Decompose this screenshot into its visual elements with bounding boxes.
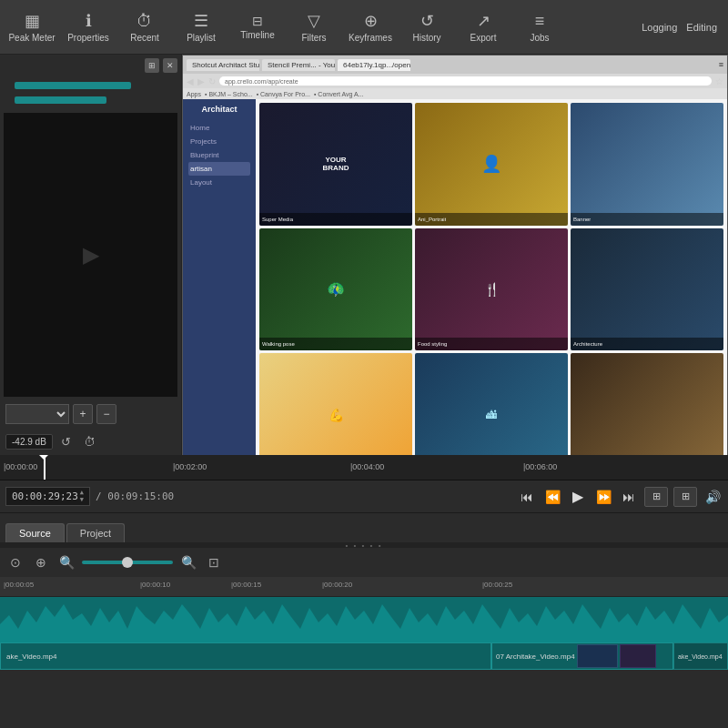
clip-1[interactable]: ake_Video.mp4 (0, 642, 491, 670)
project-tab[interactable]: Project (66, 523, 125, 542)
time-ruler[interactable]: |00:00:00 |00:02:00 |00:04:00 |00:06:00 (0, 455, 728, 480)
browser-window: Shotcut Architact Studi... Stencil Premi… (182, 55, 728, 455)
bookmarks-bar: Apps ▪ BKJM – Scho... ▪ Canvya For Pro..… (183, 88, 727, 99)
thumb-walking[interactable]: 🦚 Walking pose (259, 228, 412, 351)
bookmark-2[interactable]: ▪ Canvya For Pro... (257, 91, 310, 97)
thumb-city[interactable]: 🏙 City night (415, 353, 568, 455)
browser-tab-1[interactable]: Shotcut Architact Studi... (187, 59, 259, 71)
remove-button[interactable]: − (96, 404, 116, 424)
browser-tab-3[interactable]: 64eb17ly.1qp.../open-co... (338, 59, 410, 71)
thumb-label-3: Banner (573, 217, 591, 222)
editing-button[interactable]: Editing (686, 22, 717, 33)
forward-icon[interactable]: ▶ (197, 76, 205, 86)
grid-button[interactable]: ⊞ (673, 487, 697, 507)
bookmark-icon[interactable]: ☆ (715, 76, 723, 86)
thumb-brand[interactable]: YOURBRAND Super Media (259, 103, 412, 226)
toolbar-item-jobs[interactable]: ≡ Jobs (511, 3, 568, 52)
thumb-label-6: Architecture (573, 341, 602, 347)
clip-3[interactable]: ake_Video.mp4 (673, 642, 728, 670)
time-marker-1: |00:02:00 (173, 462, 207, 471)
zoom-out-button[interactable]: 🔍 (56, 552, 76, 572)
fast-forward-button[interactable]: ⏩ (593, 487, 613, 507)
clip-2-label: 07 Architake_Video.mp4 (496, 652, 575, 661)
back-icon[interactable]: ◀ (187, 76, 194, 86)
time-marker-3: |00:06:00 (523, 462, 557, 471)
thumb-portrait[interactable]: 👤 Ani_Portrait (415, 103, 568, 226)
address-bar[interactable]: app.crello.com/app/create (219, 76, 712, 86)
thumb-food[interactable]: 🍴 Food styling (415, 228, 568, 351)
toolbar-label-keyframes: Keyframes (349, 33, 392, 43)
toolbar-item-properties[interactable]: ℹ Properties (60, 3, 116, 52)
skip-end-button[interactable]: ⏭ (619, 487, 639, 507)
ruler-mark-5: |00:00:05 (4, 581, 34, 589)
sidebar-item-artisan[interactable]: artisan (188, 162, 250, 176)
toolbar-item-timeline[interactable]: ⊟ Timeline (229, 3, 286, 52)
thumb-fitness[interactable]: 💪 Fitness (259, 353, 412, 455)
toolbar-label-properties: Properties (67, 33, 109, 43)
sidebar-item-projects[interactable]: Projects (188, 135, 250, 148)
logging-button[interactable]: Logging (642, 22, 677, 33)
fit-button[interactable]: ⊡ (204, 552, 224, 572)
source-tab[interactable]: Source (5, 523, 65, 542)
browser-sidebar: Architact Home Projects Blueprint artisa… (183, 99, 256, 455)
playhead[interactable] (44, 455, 46, 480)
thumb-arch[interactable]: Architecture (571, 228, 723, 351)
total-time: / 00:09:15:00 (96, 490, 174, 502)
timeline-ruler[interactable]: |00:00:05 |00:00:10 |00:00:15 |00:00:20 … (0, 577, 728, 597)
toolbar-item-keyframes[interactable]: ⊕ Keyframes (342, 3, 399, 52)
toolbar-item-history[interactable]: ↺ History (399, 3, 455, 52)
sidebar-item-blueprint[interactable]: Blueprint (188, 148, 250, 162)
sidebar-item-home[interactable]: Home (188, 121, 250, 135)
reset-button[interactable]: ↺ (56, 431, 76, 451)
settings-button[interactable]: ⏱ (80, 431, 100, 451)
bookmark-3[interactable]: ▪ Convert Avg A... (314, 91, 364, 97)
volume-bar-2 (15, 96, 106, 104)
bookmark-1[interactable]: ▪ BKJM – Scho... (205, 91, 253, 97)
db-controls-row: -42.9 dB ↺ ⏱ (0, 428, 181, 455)
ruler-mark-15: |00:00:15 (231, 581, 261, 589)
view-mode-button[interactable]: ⊞ (644, 487, 668, 507)
controls-row: + − (0, 400, 181, 428)
bookmark-apps[interactable]: Apps (187, 91, 201, 97)
toolbar: ▦ Peak Meter ℹ Properties ⏱ Recent ☰ Pla… (0, 0, 728, 55)
time-up-arrow[interactable]: ▲ (80, 490, 84, 496)
skip-start-button[interactable]: ⏮ (517, 487, 537, 507)
zoom-in-button[interactable]: 🔍 (178, 552, 198, 572)
transport-bar: 00:00:29;23 ▲ ▼ / 00:09:15:00 ⏮ ⏪ ▶ ⏩ ⏭ … (0, 480, 728, 513)
main-area: ⊞ ✕ ▶ + − -42.9 dB ↺ ⏱ (0, 55, 728, 455)
panel-restore-button[interactable]: ⊞ (145, 58, 159, 73)
toolbar-label-filters: Filters (301, 33, 326, 43)
snap-button[interactable]: ⊕ (31, 552, 51, 572)
preview-area: ▶ (4, 113, 177, 397)
toolbar-label-export: Export (470, 33, 497, 43)
browser-nav-bar: ◀ ▶ ↻ app.crello.com/app/create ☆ (183, 74, 727, 88)
toolbar-label-peak-meter: Peak Meter (8, 33, 55, 43)
browser-tab-2[interactable]: Stencil Premi... - YouTu... (262, 59, 335, 71)
add-button[interactable]: + (73, 404, 93, 424)
toolbar-item-peak-meter[interactable]: ▦ Peak Meter (4, 3, 60, 52)
panel-close-button[interactable]: ✕ (163, 58, 177, 73)
browser-menu-icon[interactable]: ≡ (719, 60, 723, 69)
toolbar-item-playlist[interactable]: ☰ Playlist (173, 3, 229, 52)
source-project-tabs: Source Project (0, 513, 728, 542)
volume-button[interactable]: 🔊 (703, 487, 723, 507)
refresh-icon[interactable]: ↻ (208, 76, 216, 86)
toolbar-item-recent[interactable]: ⏱ Recent (116, 3, 173, 52)
clip-2[interactable]: 07 Architake_Video.mp4 (491, 642, 673, 670)
rewind-button[interactable]: ⏪ (542, 487, 562, 507)
ripple-button[interactable]: ⊙ (5, 552, 25, 572)
time-down-arrow[interactable]: ▼ (80, 497, 84, 503)
toolbar-item-export[interactable]: ↗ Export (455, 3, 511, 52)
sidebar-item-layout[interactable]: Layout (188, 176, 250, 189)
right-panel: Shotcut Architact Studi... Stencil Premi… (182, 55, 728, 455)
toolbar-item-filters[interactable]: ▽ Filters (286, 3, 342, 52)
thumb-interior[interactable]: Interior (571, 353, 723, 455)
peak-meter-icon: ▦ (25, 11, 40, 31)
clip-1-label: ake_Video.mp4 (6, 652, 56, 661)
clip-2-thumb (577, 644, 618, 668)
recent-icon: ⏱ (136, 12, 153, 31)
channel-select[interactable] (5, 404, 69, 424)
thumb-banner[interactable]: Banner (571, 103, 723, 226)
zoom-slider[interactable] (82, 561, 173, 564)
play-button[interactable]: ▶ (568, 487, 588, 507)
